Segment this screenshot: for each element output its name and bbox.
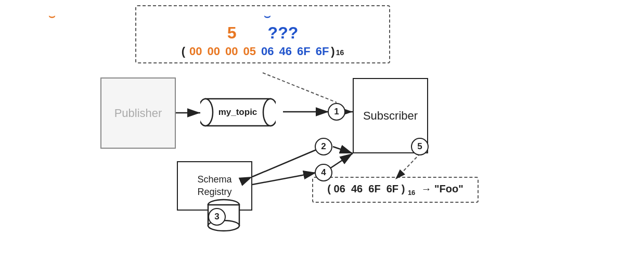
node-5: 5 <box>411 138 429 155</box>
brace-blue: ⌣ <box>264 10 477 22</box>
hex-blue-4: 6F <box>316 45 329 58</box>
hex-row: ( 00 00 00 05 06 46 6F 6F ) 16 <box>145 45 381 58</box>
hex-open-paren: ( <box>182 45 185 58</box>
diagram: ⌣ ⌣ 5 ??? ( 00 00 00 05 06 46 6F 6F ) 16 <box>0 0 644 261</box>
node-4: 4 <box>315 164 332 181</box>
hex-blue-2: 46 <box>279 45 291 58</box>
label-qqq: ??? <box>268 23 299 43</box>
hex-blue-1: 06 <box>261 45 274 58</box>
label-row: 5 ??? <box>145 23 381 43</box>
bottom-hex-text: ( 06 46 6F 6F ) 16 → "Foo" <box>327 183 463 194</box>
publisher-box: Publisher <box>100 77 176 149</box>
svg-line-12 <box>252 148 320 177</box>
publisher-label: Publisher <box>114 107 162 120</box>
svg-text:my_topic: my_topic <box>218 107 257 117</box>
svg-point-2 <box>263 99 276 126</box>
hex-orange-3: 00 <box>225 45 238 58</box>
hex-close-paren: ) <box>331 45 334 58</box>
brace-orange: ⌣ <box>48 10 262 22</box>
node-2: 2 <box>315 138 332 155</box>
subscriber-label: Subscriber <box>363 109 418 123</box>
topic-cylinder: my_topic <box>200 91 276 133</box>
node-1: 1 <box>328 103 345 121</box>
brace-row: ⌣ ⌣ <box>145 10 381 22</box>
hex-orange-2: 00 <box>208 45 220 58</box>
schema-registry-label: SchemaRegistry <box>197 174 231 198</box>
bottom-dashed-box: ( 06 46 6F 6F ) 16 → "Foo" <box>312 177 479 203</box>
hex-subscript: 16 <box>336 48 344 57</box>
hex-orange-1: 00 <box>189 45 202 58</box>
top-dashed-box: ⌣ ⌣ 5 ??? ( 00 00 00 05 06 46 6F 6F ) 16 <box>135 5 390 63</box>
svg-line-16 <box>333 147 353 153</box>
hex-orange-4: 05 <box>243 45 256 58</box>
svg-line-17 <box>252 173 316 185</box>
svg-line-14 <box>395 153 420 179</box>
node-3: 3 <box>208 208 226 226</box>
hex-blue-3: 6F <box>297 45 311 58</box>
svg-point-1 <box>200 99 213 126</box>
label-5: 5 <box>227 23 237 43</box>
